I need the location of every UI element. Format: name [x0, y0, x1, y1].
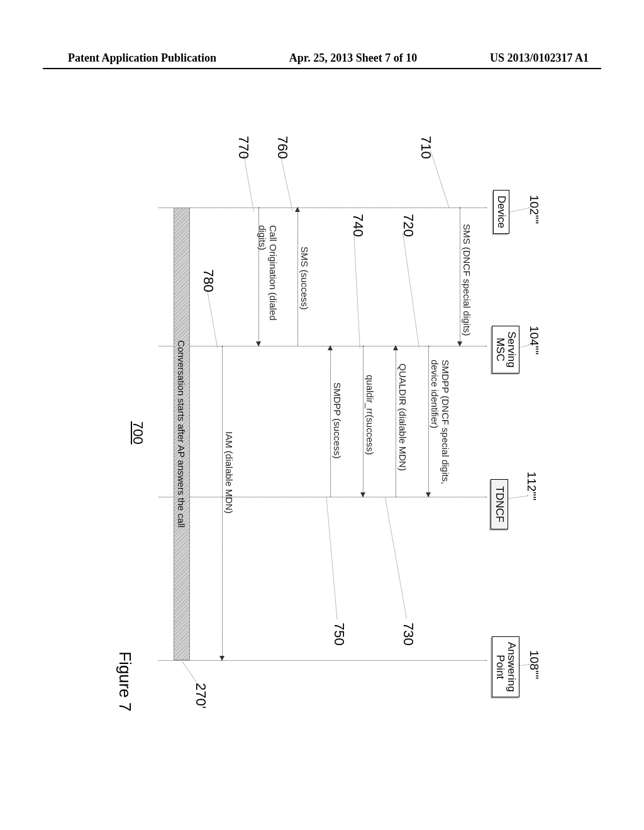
header-right: US 2013/0102317 A1 — [490, 52, 589, 65]
ref-102: 102'''' — [527, 195, 541, 224]
header-rule — [43, 68, 601, 69]
refnum-270: 270' — [192, 683, 209, 709]
header-center: Apr. 25, 2013 Sheet 7 of 10 — [289, 52, 417, 65]
figure-caption: Figure 7 — [115, 651, 135, 711]
msg-710: SMS (DNCF special digits) — [462, 224, 472, 336]
msg-750: SMDPP (success) — [332, 382, 343, 458]
lead-710 — [430, 151, 449, 208]
sequence-diagram: 102'''' 104'''' 112'''' 108'''' Device S… — [102, 138, 542, 742]
arrow-760 — [297, 208, 298, 346]
refnum-780: 780 — [200, 269, 216, 292]
diagram-wrapper: 102'''' 104'''' 112'''' 108'''' Device S… — [322, 440, 323, 441]
box-tdncf: TDNCF — [491, 479, 508, 529]
box-device: Device — [493, 190, 509, 234]
lead-740 — [353, 233, 360, 348]
msg-730: QUALDIR (dialable MDN) — [397, 363, 408, 471]
lifeline-serving-msc — [158, 346, 487, 346]
msg-720: SMDPP (DNCF special digits, device ident… — [430, 360, 450, 484]
header-left: Patent Application Publication — [68, 52, 216, 65]
msg-740: qualdir_rr(success) — [365, 375, 375, 455]
refnum-740: 740 — [350, 214, 366, 237]
ref-104: 104'''' — [527, 326, 541, 355]
msg-770: Call Origination (dialed digits) — [257, 225, 278, 321]
msg-780: IAM (dialable MDN) — [224, 431, 235, 514]
arrow-780 — [222, 346, 223, 660]
box-serving-msc: Serving MSC — [492, 326, 519, 374]
refnum-750: 750 — [331, 622, 347, 646]
page-header: Patent Application Publication Apr. 25, … — [0, 52, 644, 65]
refnum-720: 720 — [400, 214, 416, 237]
lead-102 — [506, 208, 530, 213]
lead-720 — [402, 233, 419, 348]
conversation-bar: Conversation starts after AP answers the… — [174, 208, 190, 660]
arrow-740 — [363, 346, 364, 497]
lead-730 — [385, 497, 407, 618]
lifeline-tdncf — [158, 497, 487, 497]
lead-760 — [280, 155, 293, 211]
lifeline-device — [158, 208, 487, 208]
refnum-710: 710 — [418, 136, 434, 159]
arrow-720 — [428, 346, 429, 497]
arrow-730 — [396, 346, 396, 497]
ref-112: 112'''' — [525, 472, 538, 501]
lead-750 — [326, 497, 338, 619]
arrow-710 — [460, 208, 460, 346]
figure-number: 700 — [130, 421, 146, 445]
msg-760: SMS (success) — [299, 246, 310, 310]
refnum-770: 770 — [235, 136, 252, 159]
box-answering-point: Answering Point — [492, 636, 519, 697]
lifeline-answering-point — [158, 660, 487, 661]
refnum-730: 730 — [400, 622, 416, 646]
arrow-750 — [330, 346, 331, 497]
lead-770 — [243, 155, 254, 211]
ref-108: 108'''' — [527, 650, 541, 679]
lead-780 — [207, 290, 218, 348]
lead-270 — [182, 662, 197, 682]
refnum-760: 760 — [274, 136, 291, 159]
